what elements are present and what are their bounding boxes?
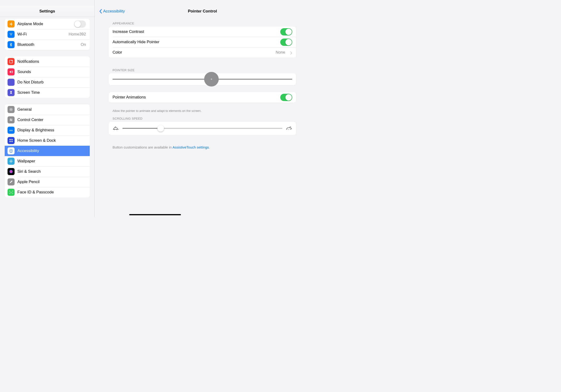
settings-sidebar: Settings Airplane ModeWi-FiHome392Blueto… — [0, 0, 95, 217]
flower-icon — [8, 158, 15, 165]
svg-point-20 — [10, 192, 11, 192]
moon-icon — [8, 79, 15, 86]
sidebar-item-label: Siri & Search — [17, 169, 86, 174]
sidebar-item-label: Do Not Disturb — [17, 80, 86, 85]
sidebar-item-wallpaper[interactable]: Wallpaper — [5, 156, 90, 166]
switch-airplane-mode[interactable] — [74, 21, 86, 28]
sidebar-item-label: Screen Time — [17, 90, 86, 95]
home-indicator[interactable] — [129, 214, 181, 215]
svg-point-16 — [11, 162, 12, 163]
switch-pointer-animations[interactable] — [280, 94, 292, 101]
row-auto-hide-pointer[interactable]: Automatically Hide Pointer — [109, 37, 296, 47]
switches-icon — [8, 116, 15, 123]
sidebar-item-label: Face ID & Passcode — [17, 190, 86, 195]
sidebar-item-label: Bluetooth — [17, 42, 78, 47]
sidebar-item-general[interactable]: General — [5, 104, 90, 115]
aa-icon: AA — [8, 127, 15, 134]
svg-rect-8 — [10, 139, 11, 140]
sidebar-item-do-not-disturb[interactable]: Do Not Disturb — [5, 77, 90, 87]
sidebar-item-label: Display & Brightness — [17, 128, 86, 132]
sidebar-item-label: Wallpaper — [17, 159, 86, 163]
svg-point-17 — [9, 161, 11, 162]
hare-icon — [286, 126, 292, 131]
back-button[interactable]: Accessibility — [99, 9, 125, 14]
row-increase-contrast[interactable]: Increase Contrast — [109, 27, 296, 37]
wifi-icon — [8, 31, 15, 38]
bell-icon — [8, 58, 15, 65]
slider-thumb[interactable] — [157, 125, 164, 132]
switch-increase-contrast[interactable] — [280, 28, 292, 35]
sidebar-item-siri-search[interactable]: Siri & Search — [5, 166, 90, 177]
svg-point-3 — [10, 119, 11, 120]
sidebar-item-label: Control Center — [17, 118, 86, 122]
sidebar-item-label: Accessibility — [17, 149, 86, 153]
row-color[interactable]: Color None — [109, 47, 296, 58]
svg-point-21 — [11, 192, 12, 192]
sidebar-item-apple-pencil[interactable]: Apple Pencil — [5, 177, 90, 187]
sidebar-item-home-screen-dock[interactable]: Home Screen & Dock — [5, 135, 90, 146]
siri-icon — [8, 168, 15, 175]
svg-point-2 — [10, 109, 11, 110]
svg-rect-10 — [10, 141, 11, 142]
svg-point-5 — [11, 120, 12, 121]
switch-auto-hide-pointer[interactable] — [280, 39, 292, 46]
section-label-appearance: APPEARANCE — [113, 22, 296, 25]
footnote: Button customizations are available in A… — [113, 145, 296, 149]
speaker-icon — [8, 68, 15, 76]
svg-rect-6 — [10, 120, 11, 121]
sidebar-item-label: Apple Pencil — [17, 180, 86, 184]
sidebar-item-control-center[interactable]: Control Center — [5, 115, 90, 125]
sidebar-item-label: Airplane Mode — [17, 22, 71, 26]
sidebar-item-screen-time[interactable]: Screen Time — [5, 87, 90, 98]
hourglass-icon — [8, 89, 15, 96]
sidebar-item-label: Sounds — [17, 70, 86, 74]
pointer-cursor-preview — [204, 72, 219, 87]
svg-point-19 — [9, 170, 13, 173]
svg-point-14 — [11, 161, 11, 162]
svg-point-18 — [11, 161, 13, 162]
sidebar-item-label: General — [17, 107, 86, 112]
detail-pane: Accessibility Pointer Control APPEARANCE… — [95, 0, 310, 217]
section-label-scrolling-speed: SCROLLING SPEED — [113, 117, 296, 120]
faceid-icon — [8, 189, 15, 196]
sidebar-item-label: Wi-Fi — [17, 32, 66, 37]
svg-text:AA: AA — [9, 129, 13, 132]
svg-rect-11 — [11, 141, 13, 142]
bluetooth-icon — [8, 41, 15, 48]
svg-point-15 — [11, 160, 12, 161]
svg-point-1 — [11, 60, 12, 61]
svg-point-13 — [11, 150, 11, 150]
sidebar-item-display-brightness[interactable]: AADisplay & Brightness — [5, 125, 90, 135]
sidebar-item-face-id-passcode[interactable]: Face ID & Passcode — [5, 187, 90, 197]
chevron-right-icon — [290, 51, 292, 54]
tortoise-icon — [113, 126, 119, 131]
svg-rect-9 — [11, 139, 13, 140]
sidebar-title: Settings — [0, 6, 95, 17]
sidebar-item-notifications[interactable]: Notifications — [5, 56, 90, 67]
sidebar-item-bluetooth[interactable]: BluetoothOn — [5, 40, 90, 50]
sidebar-item-wi-fi[interactable]: Wi-FiHome392 — [5, 29, 90, 40]
footer-pointer-animations: Allow the pointer to animate and adapt t… — [113, 109, 296, 113]
sidebar-item-sounds[interactable]: Sounds — [5, 67, 90, 77]
slider-scrolling-speed[interactable] — [109, 122, 296, 135]
slider-pointer-size[interactable] — [109, 73, 296, 85]
assistivetouch-link[interactable]: AssistiveTouch settings — [173, 145, 209, 149]
sidebar-item-label: Home Screen & Dock — [17, 138, 86, 143]
pencil-icon — [8, 178, 15, 185]
svg-rect-4 — [11, 119, 12, 120]
row-pointer-animations[interactable]: Pointer Animations — [109, 92, 296, 102]
grid-icon — [8, 137, 15, 144]
airplane-icon — [8, 21, 15, 28]
page-title: Pointer Control — [95, 9, 310, 14]
sidebar-item-accessibility[interactable]: Accessibility — [5, 146, 90, 156]
sidebar-item-label: Notifications — [17, 59, 86, 64]
gear-icon — [8, 106, 15, 113]
section-label-pointer-size: POINTER SIZE — [113, 68, 296, 72]
accessibility-icon — [8, 147, 15, 154]
sidebar-item-airplane-mode[interactable]: Airplane Mode — [5, 19, 90, 29]
back-label: Accessibility — [103, 9, 125, 14]
